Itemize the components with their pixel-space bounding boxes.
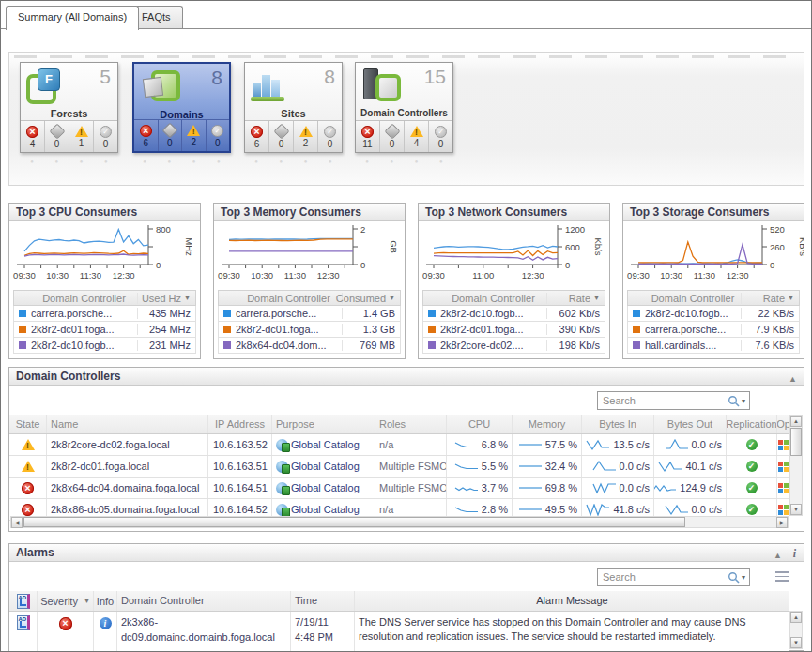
- dc-link[interactable]: carrera.porsche...: [645, 324, 741, 335]
- search-options-caret-icon[interactable]: ▾: [742, 573, 745, 582]
- series-color-swatch: [223, 326, 231, 333]
- col-purpose[interactable]: Purpose: [272, 415, 375, 433]
- top3-row[interactable]: 2k8r2-dc10.fogb... 231 MHz: [13, 338, 196, 354]
- global-catalog-icon: [276, 482, 288, 494]
- col-name[interactable]: Name: [47, 415, 208, 433]
- tile-sites[interactable]: 8 Sites 6 0 2 0: [244, 62, 343, 153]
- tile-domain-controllers[interactable]: 15 Domain Controllers 11 0 4 0: [355, 62, 453, 153]
- dc-memory: 57.5 %: [513, 434, 582, 455]
- col-domain-controller: Domain Controller: [236, 293, 342, 304]
- tile-reflection: ●●●●: [132, 159, 231, 164]
- col-state[interactable]: State: [9, 415, 47, 433]
- col-memory[interactable]: Memory: [513, 415, 582, 433]
- dc-table-row[interactable]: 2k8r2-dc01.foga.local 10.6.163.51 Global…: [9, 456, 789, 478]
- dc-link[interactable]: 2k8r2-dc10.fogb...: [440, 308, 546, 319]
- dc-link[interactable]: 2k8r2-dc01.foga...: [31, 324, 137, 335]
- top3-row[interactable]: 2k8r2-dc01.foga... 390 Kb/s: [422, 322, 605, 338]
- dc-purpose: Global Catalog: [272, 456, 375, 477]
- top3-row[interactable]: 2k8r2-dc01.foga... 1.3 GB: [218, 322, 401, 338]
- top3-row[interactable]: 2k8r2-dc10.fogb... 602 Kb/s: [422, 306, 605, 322]
- col-cpu[interactable]: CPU: [447, 415, 513, 433]
- bytes-in-sparkline: [592, 461, 617, 473]
- status-normal: 0: [318, 121, 342, 152]
- col-operating-system[interactable]: Op: [777, 415, 789, 433]
- info-icon[interactable]: [100, 617, 112, 629]
- col-severity[interactable]: Severity▼: [38, 591, 94, 611]
- search-input[interactable]: [598, 571, 728, 583]
- dc-link[interactable]: 2k8r2-dc01.foga...: [440, 324, 546, 335]
- dc-link[interactable]: 2k8r2-dc10.fogb...: [645, 308, 741, 319]
- top3-row[interactable]: carrera.porsche... 1.4 GB: [218, 306, 401, 322]
- info-panel-icon[interactable]: i: [793, 545, 796, 562]
- series-color-swatch: [633, 326, 640, 333]
- scroll-right-icon[interactable]: ▶: [776, 517, 788, 528]
- top3-row[interactable]: 2k8r2-dc01.foga... 254 MHz: [13, 322, 196, 338]
- scroll-up-icon[interactable]: ▲: [790, 416, 802, 427]
- dc-bytes-in: 0.0 c/s: [582, 478, 654, 498]
- dc-bytes-in: 0.0 c/s: [582, 456, 654, 477]
- top3-row[interactable]: 2k8r2core-dc02.... 198 Kb/s: [422, 338, 605, 354]
- col-replication[interactable]: Replication: [727, 415, 777, 433]
- col-domain-controller[interactable]: Domain Controller: [117, 591, 291, 611]
- top3-storage-panel: Top 3 Storage Consumers 5202600KB/s09:30…: [622, 203, 804, 359]
- col-roles[interactable]: Roles: [375, 415, 447, 433]
- tab-faqts-label: FAQts: [142, 11, 171, 23]
- dc-cpu: 3.7 %: [447, 478, 513, 498]
- scrollbar-thumb[interactable]: [790, 428, 802, 456]
- top3-row[interactable]: carrera.porsche... 7.9 KB/s: [627, 322, 800, 338]
- col-used-hz[interactable]: Used Hz▼: [137, 293, 195, 304]
- tile-domains[interactable]: 8 Domains 6 0 2 0: [132, 62, 231, 153]
- tab-summary[interactable]: Summary (All Domains): [6, 6, 139, 30]
- bytes-out-sparkline: [665, 504, 689, 516]
- tile-forests[interactable]: 5 Forests 4 0 1 0: [20, 62, 118, 153]
- col-alarm-message[interactable]: Alarm Message: [355, 591, 789, 611]
- col-bytes-in[interactable]: Bytes In: [582, 415, 654, 433]
- dc-link[interactable]: 2k8r2-dc01.foga...: [236, 324, 342, 335]
- search-options-caret-icon[interactable]: ▾: [742, 397, 745, 405]
- dc-bytes-out: 40.1 c/s: [654, 456, 727, 477]
- table-customizer-icon[interactable]: [775, 571, 789, 582]
- scroll-up-icon[interactable]: ▲: [790, 612, 802, 623]
- scroll-left-icon[interactable]: ◀: [11, 517, 23, 528]
- scrollbar-thumb[interactable]: [23, 517, 685, 527]
- metric-value: 769 MB: [342, 340, 400, 351]
- top3-network-panel: Top 3 Network Consumers 12006000Kb/s09:3…: [418, 203, 610, 359]
- col-time[interactable]: Time: [291, 591, 355, 611]
- top3-row[interactable]: hall.cardinals.... 7.6 KB/s: [627, 338, 800, 354]
- domain-controllers-icon: [360, 67, 402, 104]
- dc-horizontal-scrollbar[interactable]: ◀ ▶: [10, 516, 789, 528]
- normal-icon: [435, 126, 447, 138]
- search-icon[interactable]: [728, 571, 740, 584]
- cpu-sparkline: [454, 461, 479, 473]
- col-info[interactable]: Info: [94, 591, 117, 611]
- scroll-down-icon[interactable]: ▼: [790, 637, 802, 648]
- dc-link[interactable]: carrera.porsche...: [236, 308, 342, 319]
- dc-table-row[interactable]: 2k8r2core-dc02.foga.local 10.6.163.52 Gl…: [9, 434, 789, 456]
- top3-row[interactable]: 2k8x64-dc04.dom... 769 MB: [218, 338, 401, 354]
- alarms-table-header: Severity▼ Info Domain Controller Time Al…: [9, 591, 789, 612]
- col-consumed[interactable]: Consumed▼: [342, 293, 400, 304]
- metric-value: 1.4 GB: [342, 308, 400, 319]
- svg-text:12:30: 12:30: [317, 270, 340, 281]
- bytes-in-sparkline: [586, 504, 610, 516]
- scroll-down-icon[interactable]: ▼: [790, 504, 802, 515]
- dc-link[interactable]: 2k8x64-dc04.dom...: [236, 340, 342, 351]
- col-rate[interactable]: Rate▼: [546, 293, 605, 304]
- col-rate[interactable]: Rate▼: [741, 293, 799, 304]
- alarm-dc: 2k3x86-dc09.domainc.domainb.foga.local: [117, 612, 291, 652]
- dc-link[interactable]: 2k8r2core-dc02....: [440, 340, 546, 351]
- search-icon[interactable]: [728, 395, 740, 407]
- top3-row[interactable]: 2k8r2-dc10.fogb... 22 KB/s: [627, 306, 800, 322]
- search-input[interactable]: [598, 395, 728, 406]
- metric-value: 1.3 GB: [342, 324, 400, 335]
- dc-link[interactable]: carrera.porsche...: [31, 308, 137, 319]
- col-bytes-out[interactable]: Bytes Out: [654, 415, 727, 433]
- col-ip-address[interactable]: IP Address: [208, 415, 272, 433]
- alarm-row[interactable]: 2k3x86-dc09.domainc.domainb.foga.local 7…: [9, 612, 789, 652]
- alarms-vertical-scrollbar[interactable]: ▲ ▼: [789, 611, 803, 649]
- dc-link[interactable]: 2k8r2-dc10.fogb...: [31, 340, 137, 351]
- dc-table-row[interactable]: 2k8x64-dc04.domaina.foga.local 10.6.164.…: [9, 478, 789, 499]
- dc-link[interactable]: hall.cardinals....: [645, 340, 741, 351]
- top3-row[interactable]: carrera.porsche... 435 MHz: [13, 306, 196, 322]
- dc-vertical-scrollbar[interactable]: ▲ ▼: [789, 415, 803, 516]
